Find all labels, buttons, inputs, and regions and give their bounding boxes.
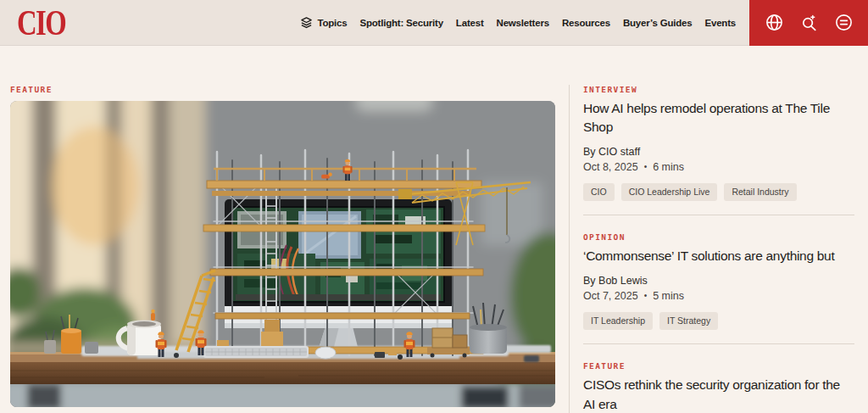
article-kicker[interactable]: OPINION bbox=[583, 232, 854, 242]
layers-icon bbox=[300, 16, 313, 29]
globe-icon[interactable] bbox=[765, 13, 784, 32]
tag[interactable]: CIO bbox=[583, 183, 615, 202]
search-icon[interactable] bbox=[799, 13, 819, 32]
article-meta: Oct 7, 2025 • 5 mins bbox=[583, 290, 854, 302]
meta-separator: • bbox=[644, 291, 648, 300]
nav-item-resources[interactable]: Resources bbox=[562, 18, 610, 28]
nav-item-newsletters[interactable]: Newsletters bbox=[497, 18, 549, 28]
article-date: Oct 7, 2025 bbox=[583, 290, 638, 302]
article-meta: Oct 8, 2025 • 6 mins bbox=[583, 161, 854, 173]
site-header: CIO Topics Spotlight: Security Latest Ne… bbox=[0, 0, 868, 46]
article-kicker[interactable]: INTERVIEW bbox=[583, 85, 854, 94]
nav-item-label: Newsletters bbox=[497, 18, 549, 28]
cio-logo[interactable]: CIO bbox=[17, 5, 65, 41]
sidebar-article-1: INTERVIEW How AI helps remodel operation… bbox=[583, 85, 854, 215]
nav-item-label: Buyer’s Guides bbox=[623, 18, 693, 28]
nav-item-events[interactable]: Events bbox=[704, 18, 736, 28]
article-byline: By CIO staff bbox=[583, 146, 854, 158]
hero-image[interactable] bbox=[10, 101, 555, 407]
nav-item-latest[interactable]: Latest bbox=[456, 18, 484, 28]
article-byline: By Bob Lewis bbox=[583, 275, 854, 287]
feature-kicker[interactable]: FEATURE bbox=[10, 85, 555, 94]
tag[interactable]: Retail Industry bbox=[724, 183, 796, 202]
article-title[interactable]: ‘Commonsense’ IT solutions are anything … bbox=[583, 247, 854, 265]
article-read-time: 6 mins bbox=[653, 161, 684, 173]
article-kicker[interactable]: FEATURE bbox=[583, 361, 854, 371]
sidebar-article-3: FEATURE CISOs rethink the security organ… bbox=[583, 344, 854, 413]
article-tags: IT Leadership IT Strategy bbox=[583, 312, 854, 331]
tag[interactable]: IT Leadership bbox=[583, 312, 653, 331]
menu-icon[interactable] bbox=[834, 13, 854, 32]
article-title[interactable]: CISOs rethink the security organization … bbox=[583, 376, 854, 413]
nav-item-topics[interactable]: Topics bbox=[300, 16, 347, 29]
article-title[interactable]: How AI helps remodel operations at The T… bbox=[583, 99, 854, 137]
nav-item-buyers-guides[interactable]: Buyer’s Guides bbox=[623, 18, 693, 28]
sidebar-article-list: INTERVIEW How AI helps remodel operation… bbox=[569, 85, 868, 413]
nav-item-spotlight-security[interactable]: Spotlight: Security bbox=[359, 18, 442, 28]
article-read-time: 5 mins bbox=[653, 290, 684, 302]
nav-item-label: Topics bbox=[317, 18, 347, 28]
hero-illustration bbox=[10, 101, 555, 407]
page-content: FEATURE bbox=[0, 46, 868, 413]
article-date: Oct 8, 2025 bbox=[583, 161, 638, 173]
tag[interactable]: CIO Leadership Live bbox=[621, 183, 718, 202]
tag[interactable]: IT Strategy bbox=[659, 312, 718, 331]
nav-item-label: Latest bbox=[456, 18, 484, 28]
nav-item-label: Resources bbox=[562, 18, 610, 28]
main-nav: Topics Spotlight: Security Latest Newsle… bbox=[300, 16, 736, 29]
nav-item-label: Spotlight: Security bbox=[359, 18, 442, 28]
featured-story: FEATURE bbox=[10, 85, 555, 413]
sidebar-article-2: OPINION ‘Commonsense’ IT solutions are a… bbox=[583, 215, 854, 344]
article-tags: CIO CIO Leadership Live Retail Industry bbox=[583, 183, 854, 202]
meta-separator: • bbox=[644, 162, 648, 171]
nav-item-label: Events bbox=[704, 18, 736, 28]
utility-bar bbox=[749, 0, 868, 46]
